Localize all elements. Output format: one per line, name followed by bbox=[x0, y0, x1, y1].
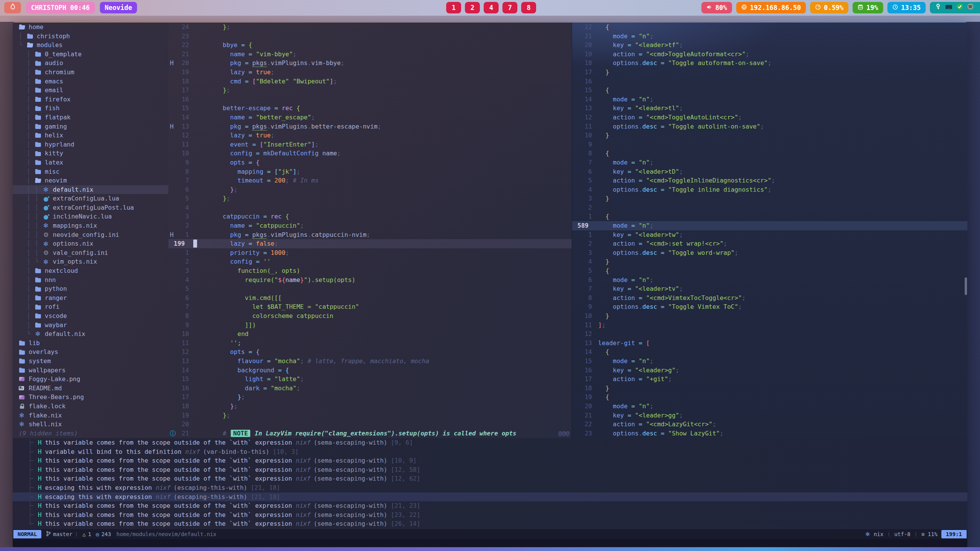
code-line[interactable]: 9 options.desc = "Toggle Vimtex ToC"; bbox=[572, 302, 967, 311]
code-line[interactable]: 17 }; bbox=[168, 393, 572, 402]
diagnostic-row[interactable]: ─Hthis variable comes from the scope out… bbox=[13, 465, 967, 474]
tree-item-extraConfigLua.lua[interactable]: ││extraConfigLua.lua bbox=[13, 194, 168, 203]
code-line[interactable]: 12 opts = { bbox=[168, 347, 572, 357]
code-line[interactable]: 15 mode = "n"; bbox=[572, 357, 967, 366]
keyboard-icon[interactable] bbox=[945, 2, 952, 13]
code-line[interactable]: 7 key = "<leader>tv"; bbox=[572, 284, 967, 293]
tree-item-firefox[interactable]: │firefox bbox=[13, 95, 168, 104]
tree-item-christoph[interactable]: │christoph bbox=[13, 32, 168, 41]
tree-item-nextcloud[interactable]: │nextcloud bbox=[13, 266, 168, 276]
tree-item-flatpak[interactable]: │flatpak bbox=[13, 113, 168, 122]
code-line[interactable]: 17 }; bbox=[168, 86, 572, 95]
code-line[interactable]: 2 name = "catppuccin"; bbox=[168, 221, 572, 230]
code-line[interactable]: 17 } bbox=[572, 68, 967, 77]
tree-item-flake.lock[interactable]: flake.lock bbox=[13, 402, 168, 411]
tree-item-misc[interactable]: │misc bbox=[13, 167, 168, 176]
diagnostic-row[interactable]: ─Hthis variable comes from the scope out… bbox=[13, 519, 967, 528]
tree-item-ranger[interactable]: │ranger bbox=[13, 293, 168, 303]
tree-item-lib[interactable]: lib bbox=[13, 339, 168, 348]
code-line[interactable]: 16 bbox=[572, 77, 967, 86]
tree-item-extraConfigLuaPost.lua[interactable]: ││extraConfigLuaPost.lua bbox=[13, 203, 168, 212]
code-line[interactable]: 10 } bbox=[572, 131, 967, 140]
code-line[interactable]: 8 colorscheme catppuccin bbox=[168, 311, 572, 321]
code-line[interactable]: 18 cmd = ["Bdelete" "Bwipeout"]; bbox=[168, 77, 572, 86]
code-line[interactable]: 4 require("${name}").setup(opts) bbox=[168, 276, 572, 285]
code-line[interactable]: 6 }; bbox=[168, 185, 572, 194]
code-line[interactable]: 6 vim.cmd([[ bbox=[168, 293, 572, 303]
code-line[interactable]: 589 mode = "n"; bbox=[572, 221, 967, 230]
code-line[interactable]: 3 catppuccin = rec { bbox=[168, 212, 572, 221]
tree-item-nnn[interactable]: │nnn bbox=[13, 276, 168, 285]
code-line[interactable]: 18 }; bbox=[168, 402, 572, 411]
cpu-widget[interactable]: 0.59% bbox=[810, 2, 848, 13]
code-line[interactable]: 1 key = "<leader>tw"; bbox=[572, 230, 967, 240]
memory-widget[interactable]: 19% bbox=[853, 2, 883, 13]
diagnostic-row[interactable]: ─Hescaping this with expressionnixf(esca… bbox=[13, 492, 967, 502]
tree-item-hyprland[interactable]: │hyprland bbox=[13, 140, 168, 149]
code-line[interactable]: 6 key = "<leader>tD"; bbox=[572, 167, 967, 176]
code-line[interactable]: 10 end bbox=[168, 329, 572, 339]
tree-item-vscode[interactable]: │vscode bbox=[13, 311, 168, 321]
code-line[interactable]: H13 pkg = pkgs.vimPlugins.better-escape-… bbox=[168, 122, 572, 131]
code-line[interactable]: 15 better-escape = rec { bbox=[168, 104, 572, 113]
code-line[interactable]: 8 action = "<cmd>VimtexTocToggle<cr>"; bbox=[572, 293, 967, 303]
workspace-button-4[interactable]: 4 bbox=[484, 2, 499, 13]
code-line[interactable]: 19 lazy = true; bbox=[168, 68, 572, 77]
diagnostic-row[interactable]: ─Hthis variable comes from the scope out… bbox=[13, 438, 967, 447]
code-line[interactable]: 10 config = mkDefaultConfig name; bbox=[168, 149, 572, 158]
code-line[interactable]: 12 bbox=[572, 329, 967, 339]
tree-item-inclineNavic.lua[interactable]: ││inclineNavic.lua bbox=[13, 212, 168, 221]
code-line[interactable]: 16 dark = "mocha"; bbox=[168, 384, 572, 393]
code-line[interactable]: 14 background = { bbox=[168, 366, 572, 375]
tree-item-waybar[interactable]: │waybar bbox=[13, 321, 168, 330]
diagnostic-row[interactable]: ─Hthis variable comes from the scope out… bbox=[13, 474, 967, 483]
workspace-button-2[interactable]: 2 bbox=[465, 2, 480, 13]
code-line[interactable]: 20 key = "<leader>tf"; bbox=[572, 41, 967, 50]
code-line[interactable]: 17 action = "+git"; bbox=[572, 375, 967, 384]
code-line[interactable]: 8 { bbox=[572, 149, 967, 158]
code-line[interactable]: 5 action = "<cmd>ToggleInlineDiagnostics… bbox=[572, 176, 967, 185]
diagnostics-hint[interactable]: ◎ 243 bbox=[96, 531, 111, 537]
code-line[interactable]: 21 name = "vim-bbye"; bbox=[168, 50, 572, 59]
code-line[interactable]: 9 opts = { bbox=[168, 158, 572, 167]
network-widget[interactable]: 192.168.86.50 bbox=[736, 2, 806, 13]
diagnostic-row[interactable]: ─Hescaping this with expressionnixf(esca… bbox=[13, 483, 967, 492]
code-line[interactable]: 23 options.desc = "Show LazyGit"; bbox=[572, 429, 967, 438]
tree-item-helix[interactable]: │helix bbox=[13, 131, 168, 140]
tree-item-default.nix[interactable]: └default.nix bbox=[13, 329, 168, 339]
code-line[interactable]: 13 flavour = "mocha"; # latte, frappe, m… bbox=[168, 357, 572, 366]
tree-item-gaming[interactable]: │gaming bbox=[13, 122, 168, 131]
code-line[interactable]: 15 { bbox=[572, 86, 967, 95]
code-line[interactable]: 5 bbox=[168, 284, 572, 293]
spotify-icon[interactable] bbox=[967, 2, 974, 13]
code-line[interactable]: 21 key = "<leader>gg"; bbox=[572, 411, 967, 420]
code-line[interactable]: 14 { bbox=[572, 347, 967, 357]
diagnostic-row[interactable]: ─Hthis variable comes from the scope out… bbox=[13, 510, 967, 520]
workspace-button-8[interactable]: 8 bbox=[521, 2, 536, 13]
tree-item-0_template[interactable]: │0_template bbox=[13, 50, 168, 59]
code-line[interactable]: H1 pkg = pkgs.vimPlugins.catppuccin-nvim… bbox=[168, 230, 572, 240]
tree-item-flake.nix[interactable]: flake.nix bbox=[13, 411, 168, 420]
clock-widget[interactable]: 13:35 bbox=[887, 2, 926, 13]
code-line[interactable]: 13leader-git = [ bbox=[572, 339, 967, 348]
code-line[interactable]: 20 bbox=[168, 420, 572, 429]
code-line[interactable]: 20 mode = "n"; bbox=[572, 402, 967, 411]
tree-item-neovide_config.ini[interactable]: ││neovide_config.ini bbox=[13, 230, 168, 240]
code-line[interactable]: 19 }; bbox=[168, 411, 572, 420]
tree-item-modules[interactable]: └modules bbox=[13, 41, 168, 50]
tree-item-emacs[interactable]: │emacs bbox=[13, 77, 168, 86]
tree-item-wallpapers[interactable]: wallpapers bbox=[13, 366, 168, 375]
code-line[interactable]: 14 name = "better_escape"; bbox=[168, 113, 572, 122]
code-line[interactable]: ⓘ21 # NOTE In LazyVim require("clang_ext… bbox=[168, 429, 572, 438]
tree-item-home[interactable]: home bbox=[13, 23, 168, 32]
tree-item-vale_config.ini[interactable]: ││vale_config.ini bbox=[13, 248, 168, 258]
code-line[interactable]: 4 bbox=[168, 203, 572, 212]
diagnostics-warning[interactable]: △ 1 bbox=[83, 531, 91, 537]
user-clock-widget[interactable]: CHRISTOPH 00:46 bbox=[26, 2, 95, 13]
tree-item-mappings.nix[interactable]: ││mappings.nix bbox=[13, 221, 168, 230]
code-line[interactable]: 11]; bbox=[572, 321, 967, 330]
code-line[interactable]: 12 lazy = true; bbox=[168, 131, 572, 140]
code-line[interactable]: 4 } bbox=[572, 257, 967, 266]
code-line[interactable]: 11 options.desc = "Toggle autolint-on-sa… bbox=[572, 122, 967, 131]
tree-item-vim_opts.nix[interactable]: │└vim_opts.nix bbox=[13, 257, 168, 266]
